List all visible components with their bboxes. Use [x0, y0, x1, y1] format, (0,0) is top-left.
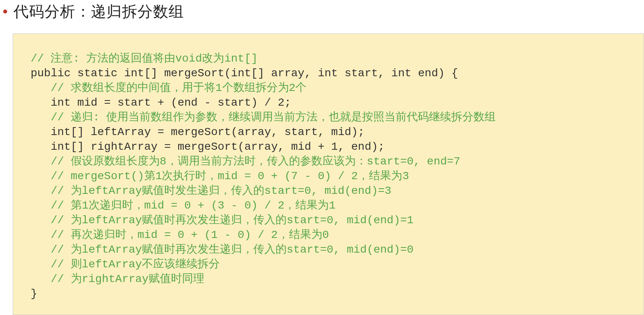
code-line: // 为leftArray赋值时再次发生递归，传入的start=0, mid(e…	[31, 242, 644, 257]
code-comment: // 注意: 方法的返回值将由void改为int[]	[31, 52, 258, 65]
code-line: int[] leftArray = mergeSort(array, start…	[31, 125, 644, 139]
code-text: int[] leftArray = mergeSort(array, start…	[31, 126, 365, 138]
code-line: // 则leftArray不应该继续拆分	[31, 257, 644, 272]
code-line: // 为leftArray赋值时再次发生递归，传入的start=0, mid(e…	[31, 213, 644, 228]
code-line: int[] rightArray = mergeSort(array, mid …	[31, 139, 644, 154]
code-line: // 求数组长度的中间值，用于将1个数组拆分为2个	[31, 81, 644, 95]
code-text: public static int[] mergeSort(int[] arra…	[31, 67, 458, 79]
code-container: // 注意: 方法的返回值将由void改为int[]public static …	[31, 51, 644, 301]
code-line: // mergeSort()第1次执行时，mid = 0 + (7 - 0) /…	[31, 169, 644, 184]
code-comment: // 再次递归时，mid = 0 + (1 - 0) / 2，结果为0	[31, 229, 329, 241]
code-comment: // 则leftArray不应该继续拆分	[31, 258, 220, 271]
code-line: // 为leftArray赋值时发生递归，传入的start=0, mid(end…	[31, 184, 644, 198]
code-comment: // 递归: 使用当前数组作为参数，继续调用当前方法，也就是按照当前代码继续拆分…	[31, 111, 496, 124]
code-line: public static int[] mergeSort(int[] arra…	[31, 66, 644, 81]
code-block: // 注意: 方法的返回值将由void改为int[]public static …	[13, 33, 644, 315]
code-line: // 假设原数组长度为8，调用当前方法时，传入的参数应该为：start=0, e…	[31, 154, 644, 169]
code-line: int mid = start + (end - start) / 2;	[31, 95, 644, 110]
code-comment: // 为leftArray赋值时发生递归，传入的start=0, mid(end…	[31, 185, 391, 197]
code-text: }	[31, 288, 37, 300]
code-line: // 注意: 方法的返回值将由void改为int[]	[31, 51, 644, 66]
code-line: // 递归: 使用当前数组作为参数，继续调用当前方法，也就是按照当前代码继续拆分…	[31, 110, 644, 125]
code-comment: // 假设原数组长度为8，调用当前方法时，传入的参数应该为：start=0, e…	[31, 155, 460, 168]
code-comment: // 为rightArray赋值时同理	[31, 273, 204, 285]
code-comment: // 第1次递归时，mid = 0 + (3 - 0) / 2，结果为1	[31, 199, 336, 212]
page-title: 代码分析：递归拆分数组	[14, 2, 184, 22]
code-line: // 为rightArray赋值时同理	[31, 272, 644, 286]
code-comment: // 求数组长度的中间值，用于将1个数组拆分为2个	[31, 82, 306, 94]
code-line: // 第1次递归时，mid = 0 + (3 - 0) / 2，结果为1	[31, 198, 644, 213]
title-bullet-icon	[3, 10, 7, 14]
code-comment: // mergeSort()第1次执行时，mid = 0 + (7 - 0) /…	[31, 170, 409, 182]
code-line: }	[31, 286, 644, 301]
code-comment: // 为leftArray赋值时再次发生递归，传入的start=0, mid(e…	[31, 214, 413, 226]
code-comment: // 为leftArray赋值时再次发生递归，传入的start=0, mid(e…	[31, 243, 413, 256]
code-text: int[] rightArray = mergeSort(array, mid …	[31, 141, 385, 153]
code-line: // 再次递归时，mid = 0 + (1 - 0) / 2，结果为0	[31, 228, 644, 242]
code-text: int mid = start + (end - start) / 2;	[31, 97, 291, 109]
